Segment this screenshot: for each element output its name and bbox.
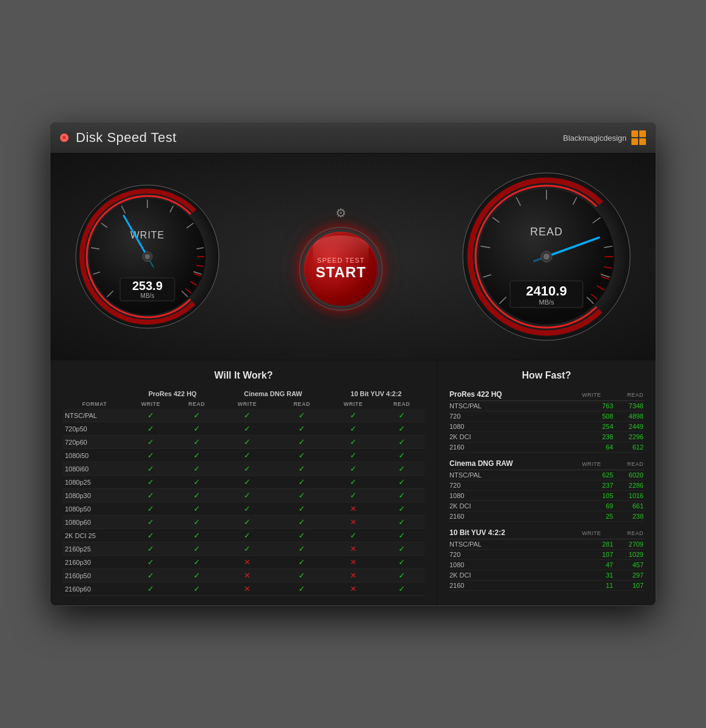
hf-data-row: 2K DCI 238 2296 bbox=[449, 432, 644, 442]
hf-data-row: 720 508 4898 bbox=[449, 411, 644, 422]
table-row: 2160p60✓✓✕✓✕✓ bbox=[62, 582, 425, 596]
check-icon: ✓ bbox=[244, 477, 250, 487]
check-icon: ✓ bbox=[350, 491, 357, 500]
col-header-format bbox=[62, 388, 127, 399]
table-row: 1080p30✓✓✓✓✓✓ bbox=[62, 489, 425, 502]
hf-row-label: NTSC/PAL bbox=[449, 541, 482, 548]
check-cell: ✓ bbox=[276, 449, 328, 462]
check-icon: ✓ bbox=[244, 411, 250, 420]
check-cell: ✓ bbox=[378, 529, 425, 542]
check-icon: ✓ bbox=[298, 531, 305, 540]
check-cell: ✓ bbox=[175, 409, 218, 422]
table-row: 1080p25✓✓✓✓✓✓ bbox=[62, 476, 425, 489]
hf-data-row: 720 107 1029 bbox=[449, 550, 644, 560]
row-label: 1080p25 bbox=[62, 476, 127, 489]
check-icon: ✓ bbox=[193, 477, 200, 487]
hf-row-label: 2K DCI bbox=[449, 502, 471, 510]
check-cell: ✓ bbox=[328, 489, 378, 502]
cross-cell: ✕ bbox=[328, 516, 378, 529]
check-icon: ✓ bbox=[350, 411, 357, 420]
hf-data-row: 1080 105 1016 bbox=[449, 491, 644, 501]
check-icon: ✓ bbox=[350, 477, 357, 487]
check-icon: ✓ bbox=[298, 544, 305, 553]
hf-format-name: ProRes 422 HQ bbox=[449, 390, 502, 399]
check-cell: ✓ bbox=[276, 422, 328, 436]
check-icon: ✓ bbox=[298, 437, 305, 447]
table-row: 1080i50✓✓✓✓✓✓ bbox=[62, 449, 425, 462]
brand-squares bbox=[631, 130, 646, 145]
hf-values: 69 661 bbox=[589, 502, 644, 510]
check-cell: ✓ bbox=[127, 582, 175, 596]
how-fast-section: How Fast? ProRes 422 HQ WRITE READ NTSC/… bbox=[437, 360, 656, 605]
check-icon: ✓ bbox=[298, 424, 305, 433]
hf-section-header: ProRes 422 HQ WRITE READ bbox=[449, 388, 644, 401]
check-cell: ✓ bbox=[175, 489, 218, 502]
check-icon: ✓ bbox=[244, 424, 250, 433]
brand-name: Blackmagicdesign bbox=[563, 133, 627, 143]
hf-write-label: WRITE bbox=[577, 461, 601, 467]
check-icon: ✓ bbox=[398, 584, 405, 593]
check-icon: ✓ bbox=[193, 451, 200, 460]
row-label: 2160p25 bbox=[62, 542, 127, 556]
svg-point-24 bbox=[145, 254, 150, 259]
brand-square-3 bbox=[631, 138, 638, 145]
hf-data-row: 2K DCI 69 661 bbox=[449, 501, 644, 511]
check-cell: ✓ bbox=[328, 422, 378, 436]
check-cell: ✓ bbox=[175, 516, 218, 529]
hf-row-label: 2K DCI bbox=[449, 433, 471, 440]
check-cell: ✓ bbox=[378, 462, 425, 476]
check-cell: ✓ bbox=[378, 436, 425, 449]
check-cell: ✓ bbox=[218, 436, 276, 449]
hf-col-labels: WRITE READ bbox=[577, 392, 644, 398]
hf-data-row: 2160 64 612 bbox=[449, 442, 644, 453]
hf-row-label: 2160 bbox=[449, 582, 464, 589]
svg-text:MB/s: MB/s bbox=[141, 292, 155, 299]
check-icon: ✓ bbox=[398, 504, 405, 513]
hf-write-value: 11 bbox=[589, 582, 613, 589]
hf-write-value: 47 bbox=[589, 561, 613, 568]
row-label: 720p50 bbox=[62, 422, 127, 436]
check-icon: ✓ bbox=[147, 411, 154, 420]
col-header-yuv: 10 Bit YUV 4:2:2 bbox=[328, 388, 425, 399]
start-button[interactable]: SPEED TEST START bbox=[301, 229, 380, 308]
check-cell: ✓ bbox=[378, 409, 425, 422]
check-cell: ✓ bbox=[276, 556, 328, 569]
table-row: 2160p30✓✓✕✓✕✓ bbox=[62, 556, 425, 569]
check-icon: ✓ bbox=[398, 517, 405, 527]
check-cell: ✓ bbox=[127, 462, 175, 476]
check-icon: ✓ bbox=[193, 531, 200, 540]
check-icon: ✓ bbox=[193, 437, 200, 447]
cross-icon: ✕ bbox=[350, 544, 357, 553]
hf-values: 31 297 bbox=[589, 571, 644, 579]
check-cell: ✓ bbox=[218, 462, 276, 476]
check-icon: ✓ bbox=[193, 504, 200, 513]
hf-write-value: 237 bbox=[589, 482, 613, 489]
check-icon: ✓ bbox=[350, 464, 357, 473]
hf-data-row: 1080 254 2449 bbox=[449, 422, 644, 432]
check-cell: ✓ bbox=[175, 582, 218, 596]
settings-icon[interactable]: ⚙ bbox=[335, 206, 346, 220]
check-cell: ✓ bbox=[276, 409, 328, 422]
cross-icon: ✕ bbox=[350, 584, 357, 593]
check-icon: ✓ bbox=[398, 437, 405, 447]
check-cell: ✓ bbox=[276, 542, 328, 556]
will-it-work-title: Will It Work? bbox=[62, 370, 425, 381]
row-label: 1080p30 bbox=[62, 489, 127, 502]
check-cell: ✓ bbox=[127, 569, 175, 582]
check-cell: ✓ bbox=[127, 542, 175, 556]
row-label: 2160p50 bbox=[62, 569, 127, 582]
cross-icon: ✕ bbox=[350, 571, 357, 580]
check-icon: ✓ bbox=[147, 531, 154, 540]
hf-row-label: 720 bbox=[449, 482, 460, 489]
close-button[interactable]: ✕ bbox=[60, 133, 69, 142]
check-icon: ✓ bbox=[398, 544, 405, 553]
check-icon: ✓ bbox=[298, 558, 305, 567]
check-icon: ✓ bbox=[398, 477, 405, 487]
check-icon: ✓ bbox=[298, 477, 305, 487]
check-icon: ✓ bbox=[193, 491, 200, 500]
cross-icon: ✕ bbox=[350, 504, 357, 513]
hf-row-label: 2K DCI bbox=[449, 571, 471, 579]
write-gauge: WRITE 253.9 MB/s bbox=[75, 184, 220, 329]
hf-row-label: NTSC/PAL bbox=[449, 402, 482, 410]
check-cell: ✓ bbox=[378, 476, 425, 489]
